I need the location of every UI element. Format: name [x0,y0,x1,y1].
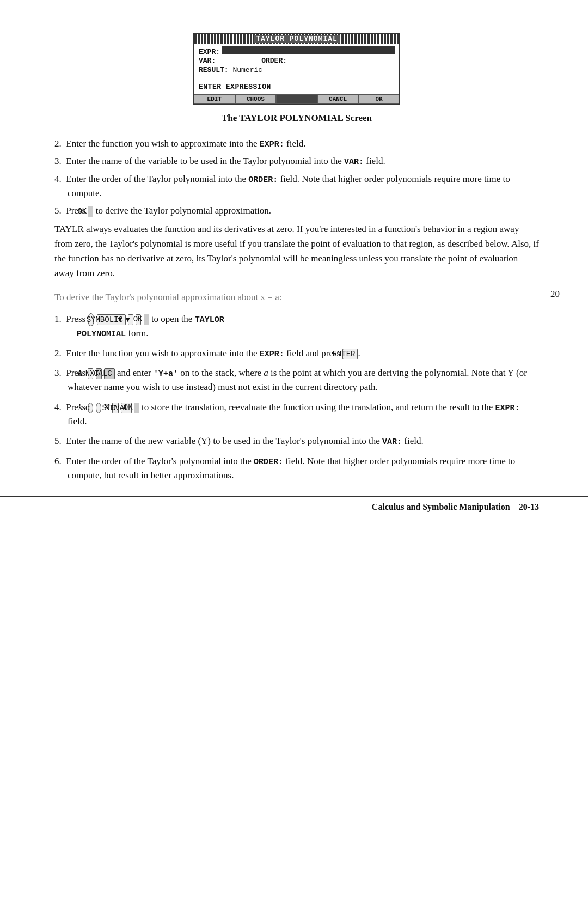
order-label: ORDER: [261,57,287,65]
result-label: RESULT: [199,66,229,74]
softkey-empty [277,95,317,103]
screen-container: TAYLOR POLYNOMIAL EXPR: VAR: ORDER: RESU… [54,33,539,124]
list-a: 2. Enter the function you wish to approx… [54,137,539,218]
key-calc: CALC [104,368,115,379]
main-paragraph: TAYLR always evaluates the function and … [54,222,539,281]
screen-title: TAYLOR POLYNOMIAL [254,35,340,43]
list-item: 4. Enter the order of the Taylor polynom… [54,172,539,201]
screen-prompt: ENTER EXPRESSION [199,83,395,91]
screen-body: EXPR: VAR: ORDER: RESULT: Numeric ENTER … [194,44,399,94]
result-row: RESULT: Numeric [199,66,395,74]
softkey-cancl[interactable]: CANCL [318,95,358,103]
softkey-edit[interactable]: EDIT [194,95,235,103]
screen-title-bar: TAYLOR POLYNOMIAL [194,34,399,44]
softkeys-bar: EDIT CHOOS CANCL OK [194,94,399,104]
section-header: To derive the Taylor's polynomial approx… [54,290,539,304]
var-label: VAR: [199,57,216,65]
var-order-row: VAR: ORDER: [199,57,395,65]
page: TAYLOR POLYNOMIAL EXPR: VAR: ORDER: RESU… [0,0,588,532]
list-item: 3. Enter the name of the variable to be … [54,154,539,168]
list-item: 5. Enter the name of the new variable (Y… [54,434,539,448]
footer-right: 20-13 [519,502,539,511]
ok-1: OK [144,314,149,325]
footer: Calculus and Symbolic Manipulation 20-13 [0,496,588,512]
footer-text: Calculus and Symbolic Manipulation 20-13 [372,502,539,512]
softkey-ok[interactable]: OK [359,95,399,103]
key-enter: ENTER [342,349,358,359]
screen-caption: The TAYLOR POLYNOMIAL Screen [222,113,372,124]
side-page-number: 20 [550,289,560,300]
list-b: 1. Press → SYMBOLIC ▼ ▼ OK to open the T… [54,312,539,483]
ok-2: OK [134,403,139,413]
softkey-choos[interactable]: CHOOS [236,95,276,103]
expr-value [222,46,395,54]
list-item: 1. Press → SYMBOLIC ▼ ▼ OK to open the T… [54,312,539,341]
footer-left: Calculus and Symbolic Manipulation [372,502,510,511]
list-item: 6. Enter the order of the Taylor's polyn… [54,454,539,483]
list-item: 2. Enter the function you wish to approx… [54,346,539,361]
result-value: Numeric [232,66,262,74]
list-item: 4. Press ' α X STO EVAL OK to store the … [54,400,539,429]
list-item: 3. Press A NXT CALC and enter 'Y+a' on t… [54,366,539,395]
screen-box: TAYLOR POLYNOMIAL EXPR: VAR: ORDER: RESU… [193,33,400,105]
expr-row: EXPR: [199,46,395,56]
list-item: 2. Enter the function you wish to approx… [54,137,539,151]
expr-label: EXPR: [199,48,220,56]
key-alpha: α [96,403,101,413]
list-item: 5. Press OK to derive the Taylor polynom… [54,204,539,218]
